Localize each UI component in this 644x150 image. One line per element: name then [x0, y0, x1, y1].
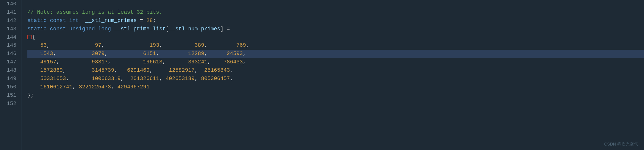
code-token: ,	[104, 50, 108, 58]
code-token	[50, 41, 95, 50]
code-token	[118, 66, 127, 75]
code-token: 193	[150, 41, 159, 50]
code-token	[27, 58, 40, 66]
code-token: ,	[195, 66, 198, 75]
code-token	[159, 50, 188, 58]
code-token	[124, 75, 130, 83]
code-token	[27, 83, 40, 91]
code-token	[76, 83, 79, 91]
code-token: ,	[243, 50, 246, 58]
code-token	[66, 66, 92, 75]
code-token: 6151	[143, 50, 156, 58]
code-token: 98317	[92, 58, 108, 66]
code-token: ,	[159, 41, 162, 50]
code-token: ,	[243, 58, 246, 66]
line-number: 144	[0, 33, 16, 42]
code-token: __stl_prime_list	[114, 25, 166, 33]
code-token: 12582917	[169, 66, 194, 75]
code-line: 1543, 3079, 6151, 12289, 24593,	[27, 50, 644, 58]
code-token: int	[69, 17, 79, 25]
code-line: 1610612741, 3221225473, 4294967291	[27, 83, 644, 91]
code-token	[108, 50, 143, 58]
code-token: ,	[66, 75, 69, 83]
code-token: static	[27, 25, 47, 33]
code-token: 3079	[92, 50, 104, 58]
collapse-icon[interactable]: -	[27, 35, 32, 39]
code-line: -{	[27, 33, 644, 42]
code-token: 28	[146, 17, 153, 25]
line-number: 148	[0, 66, 16, 75]
code-token: 53	[40, 41, 47, 50]
code-token: ,	[195, 75, 198, 83]
code-token	[66, 25, 69, 33]
code-token: ,	[156, 50, 159, 58]
code-token	[27, 50, 40, 58]
code-token	[79, 17, 85, 25]
code-token: 6291469	[127, 66, 150, 75]
line-number: 149	[0, 75, 16, 83]
code-token: ;	[153, 17, 156, 25]
editor-container: 140141142143144145146147148149150151152 …	[0, 0, 644, 150]
code-token: ,	[204, 50, 207, 58]
code-token: 1543	[40, 50, 53, 58]
watermark: CSDN @吹光空气	[604, 141, 638, 148]
code-token: __stl_num_primes	[85, 17, 137, 25]
code-token: 196613	[143, 58, 162, 66]
code-token	[47, 25, 50, 33]
line-numbers: 140141142143144145146147148149150151152	[0, 0, 21, 150]
code-token: ,	[204, 41, 207, 50]
code-line: static const unsigned long __stl_prime_l…	[27, 25, 644, 33]
line-number: 143	[0, 25, 16, 33]
code-line	[27, 100, 644, 108]
code-token: 4294967291	[118, 83, 150, 91]
code-token: 3221225473	[79, 83, 111, 91]
code-token: ,	[207, 58, 211, 66]
code-line: 50331653, 100663319, 201326611, 40265318…	[27, 75, 644, 83]
code-token	[162, 41, 195, 50]
code-token: // Note: assumes long is at least 32 bit…	[27, 8, 162, 17]
code-token: 1572869	[40, 66, 63, 75]
code-token: ,	[114, 66, 118, 75]
code-token	[47, 17, 50, 25]
code-token: ,	[230, 75, 233, 83]
line-number: 141	[0, 8, 16, 17]
code-token	[114, 83, 118, 91]
code-token	[162, 75, 166, 83]
code-token	[27, 41, 40, 50]
code-token: ,	[101, 41, 104, 50]
code-token: ,	[230, 66, 233, 75]
code-token	[207, 41, 236, 50]
line-number: 142	[0, 17, 16, 25]
code-token: 49157	[40, 58, 56, 66]
code-token: 12289	[188, 50, 204, 58]
code-token	[27, 75, 40, 83]
code-token	[207, 50, 227, 58]
code-token	[211, 58, 223, 66]
line-number: 140	[0, 0, 16, 8]
line-number: 151	[0, 91, 16, 100]
code-token: }	[27, 91, 31, 100]
code-token: 805306457	[201, 75, 230, 83]
code-token: __stl_num_primes	[169, 25, 220, 33]
code-token: 393241	[188, 58, 207, 66]
code-token: ,	[63, 66, 66, 75]
code-token	[198, 75, 201, 83]
code-token: 50331653	[40, 75, 66, 83]
code-token: =	[137, 17, 146, 25]
code-token: ,	[150, 66, 153, 75]
code-token: ,	[72, 83, 76, 91]
code-token: 402653189	[166, 75, 195, 83]
code-token: 786433	[223, 58, 243, 66]
line-number: 146	[0, 50, 16, 58]
code-token	[95, 25, 98, 33]
code-token: 25165843	[204, 66, 230, 75]
code-token: ,	[56, 58, 60, 66]
code-token: 769	[236, 41, 246, 50]
code-token: ,	[246, 41, 249, 50]
code-token	[60, 58, 92, 66]
code-line: 53, 97, 193, 389, 769,	[27, 41, 644, 50]
code-line	[27, 0, 644, 8]
code-line: };	[27, 91, 644, 100]
line-number: 150	[0, 83, 16, 91]
code-token	[56, 50, 92, 58]
